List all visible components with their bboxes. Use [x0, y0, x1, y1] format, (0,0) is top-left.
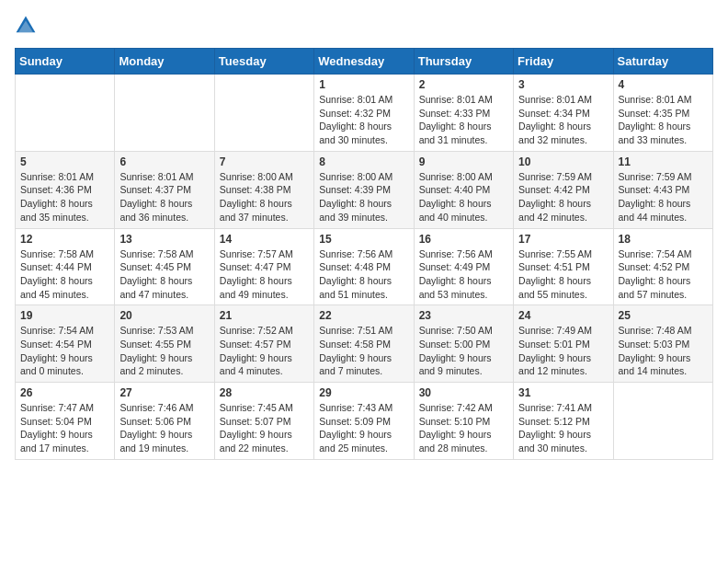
day-info: Sunrise: 7:46 AM Sunset: 5:06 PM Dayligh… — [119, 401, 209, 455]
day-info: Sunrise: 7:59 AM Sunset: 4:42 PM Dayligh… — [518, 170, 608, 224]
calendar-day-cell: 29Sunrise: 7:43 AM Sunset: 5:09 PM Dayli… — [314, 383, 414, 460]
calendar-day-cell: 31Sunrise: 7:41 AM Sunset: 5:12 PM Dayli… — [514, 383, 613, 460]
calendar-day-cell: 7Sunrise: 8:00 AM Sunset: 4:38 PM Daylig… — [214, 151, 313, 228]
day-number: 25 — [619, 309, 708, 322]
logo — [15, 15, 40, 37]
day-info: Sunrise: 8:01 AM Sunset: 4:35 PM Dayligh… — [619, 93, 708, 147]
day-info: Sunrise: 8:00 AM Sunset: 4:38 PM Dayligh… — [220, 170, 309, 224]
day-info: Sunrise: 7:50 AM Sunset: 5:00 PM Dayligh… — [419, 324, 508, 378]
calendar-day-cell: 20Sunrise: 7:53 AM Sunset: 4:55 PM Dayli… — [115, 305, 214, 383]
calendar-week-row: 1Sunrise: 8:01 AM Sunset: 4:32 PM Daylig… — [16, 75, 713, 152]
day-info: Sunrise: 7:54 AM Sunset: 4:52 PM Dayligh… — [619, 247, 708, 302]
calendar-week-row: 12Sunrise: 7:58 AM Sunset: 4:44 PM Dayli… — [16, 228, 713, 305]
day-number: 11 — [619, 155, 708, 168]
calendar-week-row: 5Sunrise: 8:01 AM Sunset: 4:36 PM Daylig… — [16, 151, 713, 228]
day-info: Sunrise: 7:56 AM Sunset: 4:48 PM Dayligh… — [319, 247, 408, 302]
calendar-day-cell: 9Sunrise: 8:00 AM Sunset: 4:40 PM Daylig… — [414, 151, 513, 228]
weekday-header-wednesday: Wednesday — [314, 49, 414, 75]
calendar-day-cell: 24Sunrise: 7:49 AM Sunset: 5:01 PM Dayli… — [514, 305, 613, 383]
day-number: 7 — [220, 155, 309, 168]
day-number: 3 — [518, 78, 608, 91]
weekday-header-tuesday: Tuesday — [214, 49, 313, 75]
calendar-day-cell: 4Sunrise: 8:01 AM Sunset: 4:35 PM Daylig… — [613, 75, 712, 152]
calendar-day-cell: 2Sunrise: 8:01 AM Sunset: 4:33 PM Daylig… — [414, 75, 513, 152]
day-info: Sunrise: 7:59 AM Sunset: 4:43 PM Dayligh… — [619, 170, 708, 224]
calendar-day-cell: 28Sunrise: 7:45 AM Sunset: 5:07 PM Dayli… — [214, 383, 313, 460]
day-number: 18 — [619, 233, 708, 246]
day-number: 17 — [518, 233, 608, 246]
day-info: Sunrise: 7:53 AM Sunset: 4:55 PM Dayligh… — [119, 324, 209, 378]
calendar-day-cell: 18Sunrise: 7:54 AM Sunset: 4:52 PM Dayli… — [613, 228, 712, 305]
calendar-empty-cell — [214, 75, 313, 152]
day-number: 16 — [419, 233, 508, 246]
day-number: 24 — [518, 309, 608, 322]
calendar-table: SundayMondayTuesdayWednesdayThursdayFrid… — [15, 48, 713, 460]
page: SundayMondayTuesdayWednesdayThursdayFrid… — [0, 0, 728, 475]
day-info: Sunrise: 7:58 AM Sunset: 4:45 PM Dayligh… — [119, 247, 209, 302]
day-info: Sunrise: 7:56 AM Sunset: 4:49 PM Dayligh… — [419, 247, 508, 302]
day-info: Sunrise: 7:55 AM Sunset: 4:51 PM Dayligh… — [518, 247, 608, 302]
day-number: 28 — [220, 386, 309, 399]
day-number: 26 — [20, 386, 109, 399]
day-info: Sunrise: 8:01 AM Sunset: 4:34 PM Dayligh… — [518, 93, 608, 147]
day-number: 13 — [119, 233, 209, 246]
day-info: Sunrise: 8:01 AM Sunset: 4:32 PM Dayligh… — [319, 93, 408, 147]
calendar-day-cell: 30Sunrise: 7:42 AM Sunset: 5:10 PM Dayli… — [414, 383, 513, 460]
calendar-day-cell: 1Sunrise: 8:01 AM Sunset: 4:32 PM Daylig… — [314, 75, 414, 152]
day-info: Sunrise: 7:48 AM Sunset: 5:03 PM Dayligh… — [619, 324, 708, 378]
calendar-day-cell: 13Sunrise: 7:58 AM Sunset: 4:45 PM Dayli… — [115, 228, 214, 305]
day-number: 20 — [119, 309, 209, 322]
calendar-day-cell: 3Sunrise: 8:01 AM Sunset: 4:34 PM Daylig… — [514, 75, 613, 152]
calendar-day-cell: 21Sunrise: 7:52 AM Sunset: 4:57 PM Dayli… — [214, 305, 313, 383]
weekday-header-thursday: Thursday — [414, 49, 513, 75]
weekday-header-row: SundayMondayTuesdayWednesdayThursdayFrid… — [16, 49, 713, 75]
day-number: 10 — [518, 155, 608, 168]
day-info: Sunrise: 8:01 AM Sunset: 4:37 PM Dayligh… — [119, 170, 209, 224]
calendar-day-cell: 8Sunrise: 8:00 AM Sunset: 4:39 PM Daylig… — [314, 151, 414, 228]
calendar-week-row: 26Sunrise: 7:47 AM Sunset: 5:04 PM Dayli… — [16, 383, 713, 460]
day-number: 6 — [119, 155, 209, 168]
calendar-day-cell: 16Sunrise: 7:56 AM Sunset: 4:49 PM Dayli… — [414, 228, 513, 305]
day-info: Sunrise: 8:01 AM Sunset: 4:33 PM Dayligh… — [419, 93, 508, 147]
calendar-day-cell: 25Sunrise: 7:48 AM Sunset: 5:03 PM Dayli… — [613, 305, 712, 383]
calendar-day-cell: 11Sunrise: 7:59 AM Sunset: 4:43 PM Dayli… — [613, 151, 712, 228]
day-number: 29 — [319, 386, 408, 399]
calendar-empty-cell — [115, 75, 214, 152]
day-number: 31 — [518, 386, 608, 399]
day-info: Sunrise: 7:58 AM Sunset: 4:44 PM Dayligh… — [20, 247, 109, 302]
day-number: 21 — [220, 309, 309, 322]
day-info: Sunrise: 8:00 AM Sunset: 4:40 PM Dayligh… — [419, 170, 508, 224]
calendar-empty-cell — [16, 75, 115, 152]
day-number: 4 — [619, 78, 708, 91]
day-info: Sunrise: 7:52 AM Sunset: 4:57 PM Dayligh… — [220, 324, 309, 378]
calendar-day-cell: 17Sunrise: 7:55 AM Sunset: 4:51 PM Dayli… — [514, 228, 613, 305]
day-number: 27 — [119, 386, 209, 399]
day-info: Sunrise: 7:57 AM Sunset: 4:47 PM Dayligh… — [220, 247, 309, 302]
day-info: Sunrise: 7:47 AM Sunset: 5:04 PM Dayligh… — [20, 401, 109, 455]
weekday-header-saturday: Saturday — [613, 49, 712, 75]
calendar-day-cell: 19Sunrise: 7:54 AM Sunset: 4:54 PM Dayli… — [16, 305, 115, 383]
day-info: Sunrise: 8:00 AM Sunset: 4:39 PM Dayligh… — [319, 170, 408, 224]
day-number: 8 — [319, 155, 408, 168]
day-number: 22 — [319, 309, 408, 322]
day-info: Sunrise: 7:42 AM Sunset: 5:10 PM Dayligh… — [419, 401, 508, 455]
calendar-day-cell: 27Sunrise: 7:46 AM Sunset: 5:06 PM Dayli… — [115, 383, 214, 460]
calendar-day-cell: 22Sunrise: 7:51 AM Sunset: 4:58 PM Dayli… — [314, 305, 414, 383]
day-number: 14 — [220, 233, 309, 246]
calendar-empty-cell — [613, 383, 712, 460]
calendar-week-row: 19Sunrise: 7:54 AM Sunset: 4:54 PM Dayli… — [16, 305, 713, 383]
day-info: Sunrise: 7:45 AM Sunset: 5:07 PM Dayligh… — [220, 401, 309, 455]
calendar-day-cell: 12Sunrise: 7:58 AM Sunset: 4:44 PM Dayli… — [16, 228, 115, 305]
day-info: Sunrise: 8:01 AM Sunset: 4:36 PM Dayligh… — [20, 170, 109, 224]
weekday-header-friday: Friday — [514, 49, 613, 75]
day-number: 1 — [319, 78, 408, 91]
calendar-day-cell: 5Sunrise: 8:01 AM Sunset: 4:36 PM Daylig… — [16, 151, 115, 228]
logo-icon — [15, 15, 37, 37]
calendar-day-cell: 6Sunrise: 8:01 AM Sunset: 4:37 PM Daylig… — [115, 151, 214, 228]
calendar-day-cell: 14Sunrise: 7:57 AM Sunset: 4:47 PM Dayli… — [214, 228, 313, 305]
day-number: 5 — [20, 155, 109, 168]
day-number: 15 — [319, 233, 408, 246]
weekday-header-monday: Monday — [115, 49, 214, 75]
day-info: Sunrise: 7:49 AM Sunset: 5:01 PM Dayligh… — [518, 324, 608, 378]
header — [15, 15, 713, 37]
